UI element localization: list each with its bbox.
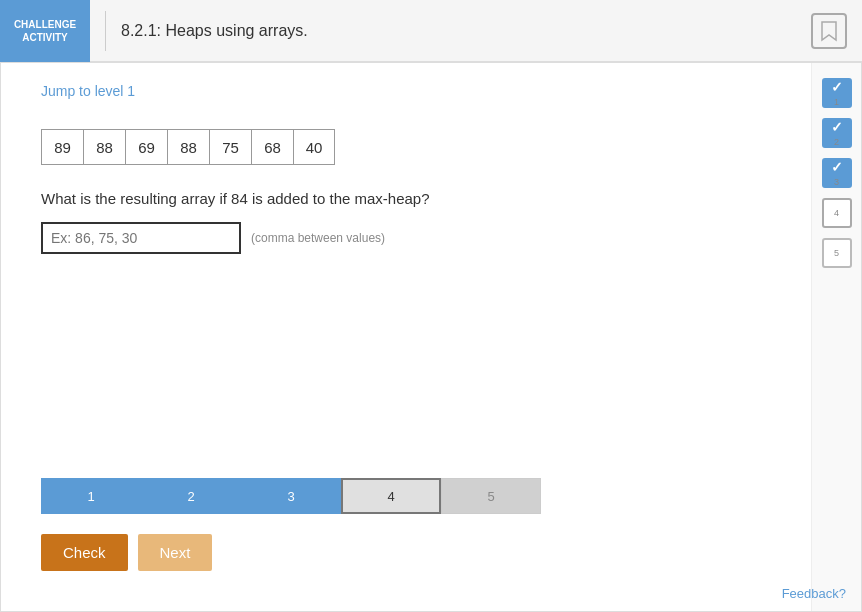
step-1[interactable]: 1 [41, 478, 141, 514]
array-cell-0: 89 [41, 129, 83, 165]
feedback-link[interactable]: Feedback? [782, 586, 846, 601]
level-indicator-1[interactable]: 1 [822, 78, 852, 108]
step-5[interactable]: 5 [441, 478, 541, 514]
array-cell-6: 40 [293, 129, 335, 165]
answer-input[interactable] [41, 222, 241, 254]
level-indicator-3[interactable]: 3 [822, 158, 852, 188]
next-button[interactable]: Next [138, 534, 213, 571]
array-cell-4: 75 [209, 129, 251, 165]
array-cell-5: 68 [251, 129, 293, 165]
question-text: What is the resulting array if 84 is add… [41, 190, 771, 207]
array-display: 89 88 69 88 75 68 40 [41, 129, 771, 165]
level-sidebar: 1 2 3 4 5 [811, 63, 861, 611]
array-cell-2: 69 [125, 129, 167, 165]
array-cell-1: 88 [83, 129, 125, 165]
level-num-2: 2 [834, 137, 839, 147]
level-indicator-2[interactable]: 2 [822, 118, 852, 148]
progress-steps: 1 2 3 4 5 [41, 478, 771, 514]
page-title: 8.2.1: Heaps using arrays. [121, 22, 811, 40]
bookmark-icon[interactable] [811, 13, 847, 49]
header-divider [105, 11, 106, 51]
level-num-5: 5 [834, 248, 839, 258]
challenge-label-text: CHALLENGE ACTIVITY [10, 18, 80, 44]
level-indicator-4[interactable]: 4 [822, 198, 852, 228]
buttons-row: Check Next [41, 534, 771, 571]
level-num-1: 1 [834, 97, 839, 107]
jump-to-level-link[interactable]: Jump to level 1 [41, 83, 771, 99]
step-4[interactable]: 4 [341, 478, 441, 514]
answer-hint: (comma between values) [251, 231, 385, 245]
array-cell-3: 88 [167, 129, 209, 165]
level-indicator-5[interactable]: 5 [822, 238, 852, 268]
step-2[interactable]: 2 [141, 478, 241, 514]
header-bar: CHALLENGE ACTIVITY 8.2.1: Heaps using ar… [0, 0, 862, 62]
level-num-4: 4 [834, 208, 839, 218]
challenge-label: CHALLENGE ACTIVITY [0, 0, 90, 62]
main-area: Jump to level 1 89 88 69 88 75 68 40 Wha… [0, 62, 862, 612]
level-num-3: 3 [834, 177, 839, 187]
step-3[interactable]: 3 [241, 478, 341, 514]
content-area: Jump to level 1 89 88 69 88 75 68 40 Wha… [1, 63, 811, 611]
answer-area: (comma between values) [41, 222, 771, 254]
check-button[interactable]: Check [41, 534, 128, 571]
